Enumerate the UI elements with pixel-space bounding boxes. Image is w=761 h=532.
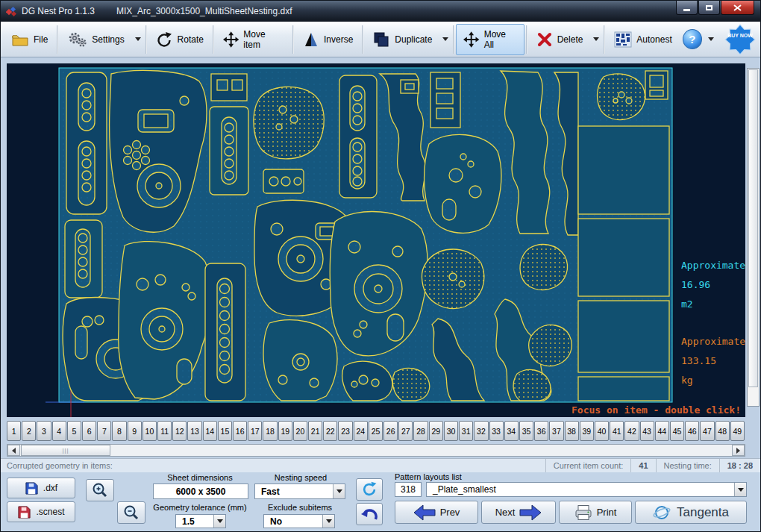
- sheet-tab-38[interactable]: 38: [565, 421, 579, 441]
- zoom-out-button[interactable]: [117, 501, 145, 524]
- sheet-tab-41[interactable]: 41: [610, 421, 624, 441]
- sheet-tab-17[interactable]: 17: [248, 421, 262, 441]
- geometry-tolerance-select[interactable]: 1.5: [175, 514, 226, 528]
- sheet-tab-24[interactable]: 24: [354, 421, 368, 441]
- tangenta-button[interactable]: Tangenta: [635, 501, 747, 524]
- sheet-tab-18[interactable]: 18: [263, 421, 277, 441]
- undo-button[interactable]: [356, 503, 383, 525]
- sheet-tab-31[interactable]: 31: [459, 421, 473, 441]
- prev-button[interactable]: Prev: [395, 501, 478, 524]
- sheet-tab-45[interactable]: 45: [670, 421, 684, 441]
- sheet-tab-27[interactable]: 27: [398, 421, 413, 441]
- sheet-tab-22[interactable]: 22: [323, 421, 337, 441]
- sheet-tab-1[interactable]: 1: [7, 421, 21, 441]
- chevron-down-icon[interactable]: [734, 483, 746, 496]
- pattern-layouts-select[interactable]: _Plate_smallest: [426, 482, 747, 497]
- minimize-button[interactable]: [676, 1, 698, 15]
- close-button[interactable]: [721, 1, 754, 15]
- file-button[interactable]: File: [4, 24, 55, 55]
- save-dxf-button[interactable]: .dxf: [7, 478, 75, 498]
- save-scnest-button[interactable]: .scnest: [7, 501, 75, 522]
- buy-now-button[interactable]: BUY NOW: [723, 24, 757, 55]
- nested-part[interactable]: [211, 74, 247, 101]
- nesting-canvas[interactable]: [7, 63, 745, 417]
- sheet-tab-44[interactable]: 44: [655, 421, 669, 441]
- nested-part[interactable]: [210, 107, 248, 195]
- sheet-tab-36[interactable]: 36: [534, 421, 548, 441]
- nested-part[interactable]: [205, 263, 245, 401]
- sheet-tab-47[interactable]: 47: [700, 421, 714, 441]
- sheet-tab-46[interactable]: 46: [685, 421, 699, 441]
- settings-button[interactable]: Settings: [60, 24, 131, 55]
- vertical-scrollbar-thumb[interactable]: [748, 69, 758, 387]
- sheet-tab-13[interactable]: 13: [187, 421, 201, 441]
- sheet-tab-42[interactable]: 42: [624, 421, 639, 441]
- move-item-button[interactable]: Move item: [216, 24, 291, 55]
- sheet-tab-39[interactable]: 39: [580, 421, 594, 441]
- sheet-tab-19[interactable]: 19: [278, 421, 292, 441]
- sheet-tab-21[interactable]: 21: [308, 421, 322, 441]
- sheet-tab-40[interactable]: 40: [595, 421, 609, 441]
- nested-part[interactable]: [645, 71, 668, 99]
- sheet-tab-29[interactable]: 29: [429, 421, 443, 441]
- sheet-tab-32[interactable]: 32: [474, 421, 488, 441]
- vertical-scrollbar[interactable]: [747, 68, 760, 407]
- sheet-tab-35[interactable]: 35: [519, 421, 533, 441]
- maximize-button[interactable]: [698, 1, 720, 15]
- sheet-tab-20[interactable]: 20: [293, 421, 307, 441]
- nested-part[interactable]: [422, 249, 483, 308]
- sheet-tab-6[interactable]: 6: [82, 421, 96, 441]
- sheet-tab-43[interactable]: 43: [640, 421, 654, 441]
- help-button[interactable]: ?: [683, 29, 702, 49]
- sheet-tab-10[interactable]: 10: [143, 421, 157, 441]
- nested-part[interactable]: [578, 126, 669, 401]
- sheet-tab-49[interactable]: 49: [730, 421, 745, 441]
- nested-part[interactable]: [263, 169, 304, 193]
- sheet-tab-30[interactable]: 30: [444, 421, 458, 441]
- sheet-tab-7[interactable]: 7: [97, 421, 111, 441]
- scroll-right-arrow[interactable]: [732, 445, 745, 456]
- scroll-left-arrow[interactable]: [7, 445, 20, 456]
- nested-part[interactable]: [339, 75, 377, 198]
- move-all-button[interactable]: Move All: [456, 24, 524, 55]
- chevron-down-icon[interactable]: [213, 515, 225, 528]
- horizontal-scrollbar-thumb[interactable]: |||: [21, 445, 110, 456]
- nested-part[interactable]: [430, 72, 460, 128]
- rotate-button[interactable]: Rotate: [148, 24, 211, 55]
- refresh-button[interactable]: [356, 478, 383, 501]
- sheet-tab-2[interactable]: 2: [22, 421, 36, 441]
- sheet-tab-12[interactable]: 12: [172, 421, 187, 441]
- nested-part[interactable]: [529, 325, 572, 366]
- chevron-down-icon[interactable]: [333, 484, 345, 498]
- duplicate-dropdown-arrow[interactable]: [439, 24, 451, 55]
- sheet-tab-3[interactable]: 3: [37, 421, 51, 441]
- sheet-tab-15[interactable]: 15: [218, 421, 232, 441]
- next-button[interactable]: Next: [481, 501, 556, 524]
- sheet-tab-33[interactable]: 33: [489, 421, 504, 441]
- sheet-tab-25[interactable]: 25: [369, 421, 383, 441]
- print-button[interactable]: Print: [559, 501, 632, 524]
- nested-part[interactable]: [66, 72, 107, 214]
- help-dropdown-arrow[interactable]: [705, 24, 717, 55]
- nested-part[interactable]: [425, 134, 501, 233]
- delete-dropdown-arrow[interactable]: [590, 24, 602, 55]
- sheet-tab-11[interactable]: 11: [157, 421, 172, 441]
- nested-part[interactable]: [254, 87, 324, 159]
- sheet-tab-8[interactable]: 8: [112, 421, 126, 441]
- nested-part[interactable]: [263, 320, 337, 401]
- settings-dropdown-arrow[interactable]: [132, 24, 144, 55]
- exclude-subitems-select[interactable]: No: [263, 514, 335, 528]
- nesting-speed-select[interactable]: Fast: [254, 484, 345, 499]
- sheet-tab-9[interactable]: 9: [128, 421, 142, 441]
- chevron-down-icon[interactable]: [322, 515, 334, 528]
- nested-part[interactable]: [520, 245, 567, 290]
- sheet-tab-26[interactable]: 26: [383, 421, 398, 441]
- sheet-tab-4[interactable]: 4: [52, 421, 66, 441]
- sheet-tab-37[interactable]: 37: [549, 421, 563, 441]
- nested-part[interactable]: [598, 74, 645, 120]
- horizontal-scrollbar[interactable]: |||: [7, 444, 745, 457]
- inverse-button[interactable]: Inverse: [295, 24, 360, 55]
- sheet-tab-5[interactable]: 5: [67, 421, 81, 441]
- delete-button[interactable]: Delete: [529, 24, 591, 55]
- duplicate-button[interactable]: Duplicate: [365, 24, 439, 55]
